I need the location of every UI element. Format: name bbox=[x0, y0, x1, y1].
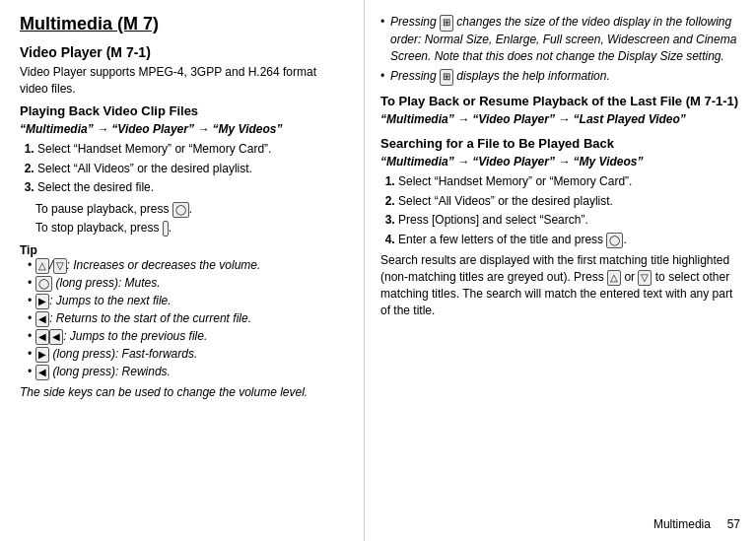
up-key-icon: △ bbox=[607, 270, 621, 286]
step-2: Select “All Videos” or the desired playl… bbox=[37, 161, 348, 177]
prev-key-icon2: ◀ bbox=[49, 329, 63, 345]
tip-item-2: ▶: Jumps to the next file. bbox=[28, 293, 348, 309]
help-text: displays the help information. bbox=[453, 69, 610, 83]
ff-key-icon: ▶ bbox=[35, 347, 49, 363]
search-step-2: Select “All Videos” or the desired playl… bbox=[398, 193, 740, 210]
right-bullet-list: Pressing ⊞ changes the size of the video… bbox=[380, 14, 740, 86]
search-note: Search results are displayed with the fi… bbox=[380, 252, 740, 318]
search-step-3: Press [Options] and select “Search”. bbox=[398, 212, 740, 229]
section4-path: “Multimedia” → “Video Player” → “My Vide… bbox=[380, 154, 740, 170]
section1-title: Video Player (M 7-1) bbox=[20, 44, 348, 60]
page-container: Multimedia (M 7) Video Player (M 7-1) Vi… bbox=[0, 0, 756, 541]
pressing-label-1: Pressing bbox=[390, 69, 440, 83]
start-key-icon: ◀ bbox=[35, 311, 49, 327]
indent-pause: To pause playback, press ◯. bbox=[35, 201, 348, 218]
tip-section: Tip △/▽: Increases or decreases the volu… bbox=[20, 242, 348, 401]
section1-desc: Video Player supports MPEG-4, 3GPP and H… bbox=[20, 64, 348, 98]
rew-key-icon: ◀ bbox=[35, 365, 49, 380]
search-step-4: Enter a few letters of the title and pre… bbox=[398, 232, 740, 249]
tip-item-3: ◀: Returns to the start of the current f… bbox=[28, 310, 348, 327]
search-step-4-extra: . bbox=[623, 233, 626, 246]
pause-key-icon: ◯ bbox=[172, 202, 189, 218]
footer-label: Multimedia bbox=[653, 517, 711, 531]
tip-item-4: ◀◀: Jumps to the previous file. bbox=[28, 328, 348, 345]
indent-stop: To stop playback, press ​. bbox=[35, 220, 348, 237]
right-bullet-0: Pressing ⊞ changes the size of the video… bbox=[380, 14, 740, 65]
search-confirm-key: ◯ bbox=[606, 233, 623, 249]
tip-item-5: ▶ (long press): Fast-forwards. bbox=[28, 346, 348, 363]
section3-path: “Multimedia” → “Video Player” → “Last Pl… bbox=[380, 111, 740, 128]
tip-label: Tip bbox=[20, 243, 37, 257]
mute-key-icon: ◯ bbox=[35, 276, 52, 292]
tip-content: △/▽: Increases or decreases the volume. … bbox=[20, 257, 348, 401]
footer: Multimedia 57 bbox=[653, 517, 740, 531]
step-3: Select the desired file. bbox=[37, 179, 348, 196]
section4-title: Searching for a File to Be Played Back bbox=[380, 136, 740, 151]
section3-title: To Play Back or Resume Playback of the L… bbox=[380, 94, 740, 108]
step-1: Select “Handset Memory” or “Memory Card”… bbox=[37, 141, 348, 158]
right-bullet-1: Pressing ⊞ displays the help information… bbox=[380, 68, 740, 86]
prev-key-icon: ◀ bbox=[35, 329, 49, 345]
help-key-icon: ⊞ bbox=[440, 69, 453, 86]
next-key-icon: ▶ bbox=[35, 294, 49, 309]
steps-list: Select “Handset Memory” or “Memory Card”… bbox=[37, 141, 348, 196]
footer-page: 57 bbox=[727, 517, 740, 531]
stop-key-icon: ​ bbox=[163, 221, 169, 237]
search-step-1: Select “Handset Memory” or “Memory Card”… bbox=[398, 173, 740, 190]
right-column: Pressing ⊞ changes the size of the video… bbox=[365, 0, 756, 541]
vol-key-icon2: ▽ bbox=[53, 258, 67, 274]
vol-key-icon: △ bbox=[35, 258, 49, 274]
section2-path: “Multimedia” → “Video Player” → “My Vide… bbox=[20, 121, 348, 138]
size-key-icon: ⊞ bbox=[440, 15, 453, 32]
down-key-icon: ▽ bbox=[638, 270, 652, 286]
tip-item-0: △/▽: Increases or decreases the volume. bbox=[28, 257, 348, 274]
tip-item-6: ◀ (long press): Rewinds. bbox=[28, 364, 348, 380]
pressing-label-0: Pressing bbox=[390, 15, 440, 29]
search-steps-list: Select “Handset Memory” or “Memory Card”… bbox=[398, 173, 740, 248]
section2-title: Playing Back Video Clip Files bbox=[20, 103, 348, 118]
tip-item-1: ◯ (long press): Mutes. bbox=[28, 275, 348, 292]
tip-footer: The side keys can be used to change the … bbox=[20, 384, 348, 401]
search-step-4-text: Enter a few letters of the title and pre… bbox=[398, 233, 603, 246]
left-column: Multimedia (M 7) Video Player (M 7-1) Vi… bbox=[0, 0, 365, 541]
main-title: Multimedia (M 7) bbox=[20, 14, 348, 34]
tip-list: △/▽: Increases or decreases the volume. … bbox=[28, 257, 348, 380]
